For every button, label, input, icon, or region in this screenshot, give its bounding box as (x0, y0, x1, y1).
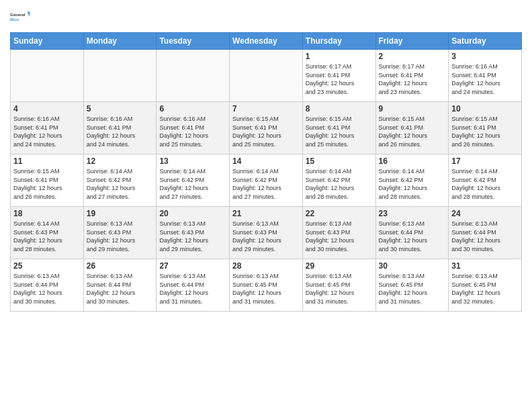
day-number: 18 (13, 209, 81, 218)
day-info: Sunrise: 6:14 AM Sunset: 6:42 PM Dayligh… (451, 167, 519, 201)
calendar-cell: 12Sunrise: 6:14 AM Sunset: 6:42 PM Dayli… (83, 154, 157, 207)
day-info: Sunrise: 6:17 AM Sunset: 6:41 PM Dayligh… (306, 62, 373, 96)
calendar-cell: 25Sunrise: 6:13 AM Sunset: 6:44 PM Dayli… (11, 259, 84, 312)
calendar-week-1: 1Sunrise: 6:17 AM Sunset: 6:41 PM Daylig… (11, 50, 522, 102)
day-info: Sunrise: 6:13 AM Sunset: 6:44 PM Dayligh… (13, 272, 81, 306)
calendar-cell: 13Sunrise: 6:14 AM Sunset: 6:42 PM Dayli… (157, 154, 230, 207)
day-number: 13 (159, 156, 226, 166)
day-info: Sunrise: 6:13 AM Sunset: 6:44 PM Dayligh… (451, 220, 519, 253)
calendar-week-5: 25Sunrise: 6:13 AM Sunset: 6:44 PM Dayli… (11, 259, 522, 312)
calendar-cell: 22Sunrise: 6:13 AM Sunset: 6:43 PM Dayli… (302, 207, 375, 259)
day-number: 22 (306, 209, 373, 218)
day-number: 10 (451, 104, 519, 113)
calendar-cell: 24Sunrise: 6:13 AM Sunset: 6:44 PM Dayli… (449, 207, 522, 259)
day-number: 24 (451, 209, 519, 218)
calendar-cell: 16Sunrise: 6:14 AM Sunset: 6:42 PM Dayli… (375, 154, 449, 207)
day-number: 1 (306, 52, 373, 61)
day-number: 30 (379, 261, 446, 271)
calendar-cell: 21Sunrise: 6:13 AM Sunset: 6:43 PM Dayli… (230, 207, 303, 259)
day-number: 9 (379, 104, 446, 113)
calendar-cell: 3Sunrise: 6:16 AM Sunset: 6:41 PM Daylig… (449, 50, 522, 102)
day-info: Sunrise: 6:14 AM Sunset: 6:42 PM Dayligh… (87, 167, 154, 201)
calendar-cell: 14Sunrise: 6:14 AM Sunset: 6:42 PM Dayli… (230, 154, 303, 207)
day-info: Sunrise: 6:13 AM Sunset: 6:43 PM Dayligh… (232, 220, 300, 253)
calendar-cell: 10Sunrise: 6:15 AM Sunset: 6:41 PM Dayli… (449, 102, 522, 154)
logo-icon: GeneralBlue (10, 7, 30, 27)
calendar-cell: 19Sunrise: 6:13 AM Sunset: 6:43 PM Dayli… (83, 207, 157, 259)
day-info: Sunrise: 6:14 AM Sunset: 6:42 PM Dayligh… (379, 167, 446, 201)
day-info: Sunrise: 6:17 AM Sunset: 6:41 PM Dayligh… (379, 62, 446, 96)
weekday-header-wednesday: Wednesday (230, 33, 303, 50)
svg-text:General: General (10, 13, 26, 17)
day-info: Sunrise: 6:15 AM Sunset: 6:41 PM Dayligh… (13, 167, 81, 201)
calendar-cell: 1Sunrise: 6:17 AM Sunset: 6:41 PM Daylig… (302, 50, 375, 102)
day-info: Sunrise: 6:15 AM Sunset: 6:41 PM Dayligh… (232, 115, 300, 148)
calendar-cell: 20Sunrise: 6:13 AM Sunset: 6:43 PM Dayli… (157, 207, 230, 259)
calendar-week-4: 18Sunrise: 6:14 AM Sunset: 6:43 PM Dayli… (11, 207, 522, 259)
calendar-cell: 11Sunrise: 6:15 AM Sunset: 6:41 PM Dayli… (11, 154, 84, 207)
calendar-cell: 28Sunrise: 6:13 AM Sunset: 6:45 PM Dayli… (230, 259, 303, 312)
calendar-cell (11, 50, 84, 102)
day-info: Sunrise: 6:14 AM Sunset: 6:42 PM Dayligh… (306, 167, 373, 201)
day-info: Sunrise: 6:13 AM Sunset: 6:45 PM Dayligh… (306, 272, 373, 306)
day-number: 31 (451, 261, 519, 271)
calendar-cell: 4Sunrise: 6:16 AM Sunset: 6:41 PM Daylig… (11, 102, 84, 154)
day-info: Sunrise: 6:15 AM Sunset: 6:41 PM Dayligh… (379, 115, 446, 148)
weekday-header-row: SundayMondayTuesdayWednesdayThursdayFrid… (11, 33, 522, 50)
day-number: 23 (379, 209, 446, 218)
day-number: 27 (159, 261, 226, 271)
calendar-week-3: 11Sunrise: 6:15 AM Sunset: 6:41 PM Dayli… (11, 154, 522, 207)
day-number: 25 (13, 261, 81, 271)
weekday-header-thursday: Thursday (302, 33, 375, 50)
calendar-cell: 5Sunrise: 6:16 AM Sunset: 6:41 PM Daylig… (83, 102, 157, 154)
day-number: 7 (232, 104, 300, 113)
day-info: Sunrise: 6:13 AM Sunset: 6:45 PM Dayligh… (451, 272, 519, 306)
calendar-cell (157, 50, 230, 102)
day-info: Sunrise: 6:13 AM Sunset: 6:45 PM Dayligh… (232, 272, 300, 306)
day-info: Sunrise: 6:13 AM Sunset: 6:43 PM Dayligh… (159, 220, 226, 253)
day-number: 14 (232, 156, 300, 166)
calendar-table: SundayMondayTuesdayWednesdayThursdayFrid… (10, 32, 522, 312)
calendar-cell: 18Sunrise: 6:14 AM Sunset: 6:43 PM Dayli… (11, 207, 84, 259)
day-info: Sunrise: 6:13 AM Sunset: 6:43 PM Dayligh… (306, 220, 373, 253)
day-info: Sunrise: 6:14 AM Sunset: 6:42 PM Dayligh… (159, 167, 226, 201)
day-number: 11 (13, 156, 81, 166)
day-number: 6 (159, 104, 226, 113)
calendar-cell: 6Sunrise: 6:16 AM Sunset: 6:41 PM Daylig… (157, 102, 230, 154)
weekday-header-tuesday: Tuesday (157, 33, 230, 50)
weekday-header-sunday: Sunday (11, 33, 84, 50)
day-number: 19 (87, 209, 154, 218)
calendar-cell: 30Sunrise: 6:13 AM Sunset: 6:45 PM Dayli… (375, 259, 449, 312)
day-info: Sunrise: 6:16 AM Sunset: 6:41 PM Dayligh… (13, 115, 81, 148)
calendar-cell: 23Sunrise: 6:13 AM Sunset: 6:44 PM Dayli… (375, 207, 449, 259)
day-number: 4 (13, 104, 81, 113)
logo: GeneralBlue (10, 7, 30, 27)
day-number: 21 (232, 209, 300, 218)
day-info: Sunrise: 6:13 AM Sunset: 6:44 PM Dayligh… (159, 272, 226, 306)
calendar-cell: 27Sunrise: 6:13 AM Sunset: 6:44 PM Dayli… (157, 259, 230, 312)
calendar-cell (83, 50, 157, 102)
day-number: 3 (451, 52, 519, 61)
calendar-cell: 31Sunrise: 6:13 AM Sunset: 6:45 PM Dayli… (449, 259, 522, 312)
day-info: Sunrise: 6:16 AM Sunset: 6:41 PM Dayligh… (451, 62, 519, 96)
calendar-cell: 9Sunrise: 6:15 AM Sunset: 6:41 PM Daylig… (375, 102, 449, 154)
day-number: 2 (379, 52, 446, 61)
day-info: Sunrise: 6:13 AM Sunset: 6:45 PM Dayligh… (379, 272, 446, 306)
day-number: 8 (306, 104, 373, 113)
calendar-cell: 26Sunrise: 6:13 AM Sunset: 6:44 PM Dayli… (83, 259, 157, 312)
day-info: Sunrise: 6:15 AM Sunset: 6:41 PM Dayligh… (451, 115, 519, 148)
svg-marker-2 (28, 12, 30, 17)
day-number: 5 (87, 104, 154, 113)
calendar-cell (230, 50, 303, 102)
calendar-cell: 29Sunrise: 6:13 AM Sunset: 6:45 PM Dayli… (302, 259, 375, 312)
weekday-header-friday: Friday (375, 33, 449, 50)
day-number: 12 (87, 156, 154, 166)
day-info: Sunrise: 6:14 AM Sunset: 6:43 PM Dayligh… (13, 220, 81, 253)
calendar-cell: 17Sunrise: 6:14 AM Sunset: 6:42 PM Dayli… (449, 154, 522, 207)
day-number: 29 (306, 261, 373, 271)
weekday-header-saturday: Saturday (449, 33, 522, 50)
day-number: 28 (232, 261, 300, 271)
day-info: Sunrise: 6:16 AM Sunset: 6:41 PM Dayligh… (159, 115, 226, 148)
calendar-cell: 15Sunrise: 6:14 AM Sunset: 6:42 PM Dayli… (302, 154, 375, 207)
calendar-cell: 2Sunrise: 6:17 AM Sunset: 6:41 PM Daylig… (375, 50, 449, 102)
